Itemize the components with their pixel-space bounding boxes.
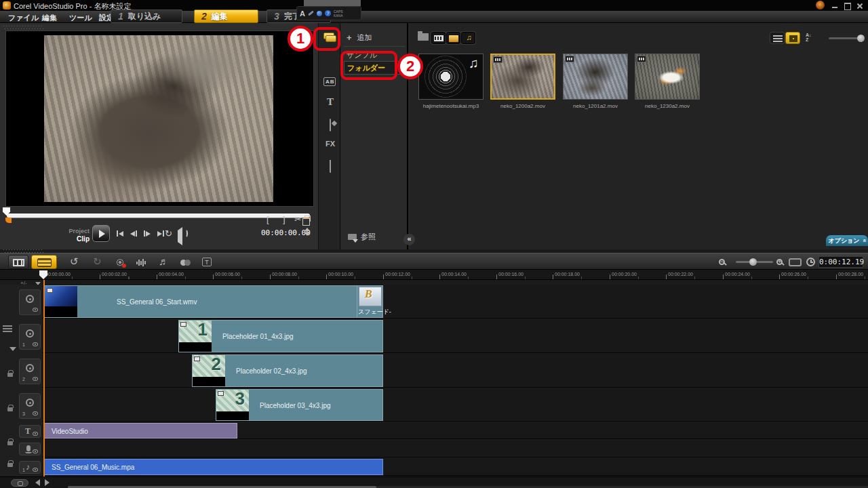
- preview-timecode[interactable]: 00:00:00.00: [261, 228, 303, 237]
- subtitle-editor-button[interactable]: T: [202, 258, 212, 266]
- ime-help-icon[interactable]: ?: [325, 10, 331, 16]
- scroll-right-icon[interactable]: [45, 479, 50, 486]
- options-button[interactable]: オプション «: [826, 235, 868, 246]
- library-item-neko1230[interactable]: [635, 54, 700, 100]
- filter-audio-button[interactable]: ♫: [461, 32, 475, 44]
- split-clip-button[interactable]: ✂: [294, 214, 302, 224]
- music-track-button[interactable]: ♪ 1: [19, 461, 41, 474]
- spinner-up-icon[interactable]: [304, 228, 310, 231]
- timeline-view-button[interactable]: [31, 255, 57, 269]
- overlay-track1-button[interactable]: 1: [19, 324, 41, 350]
- lock-icon[interactable]: [7, 441, 13, 445]
- ime-language-bar[interactable]: A ? CAPS KANA: [296, 6, 361, 20]
- home-button[interactable]: [117, 230, 123, 237]
- size-slider-knob[interactable]: [857, 35, 865, 42]
- timeline-zoom-slider[interactable]: [736, 261, 773, 263]
- track-dots-button[interactable]: [180, 260, 191, 266]
- clip-music[interactable]: SS_General 06_Music.mpa: [44, 459, 383, 475]
- scroll-mode-button[interactable]: [11, 479, 28, 487]
- ime-input-mode-icon[interactable]: A: [300, 9, 305, 18]
- end-bar: [163, 230, 164, 237]
- scroll-left-icon[interactable]: [35, 479, 40, 486]
- zoom-slider-knob[interactable]: [749, 258, 757, 266]
- trim-start-handle[interactable]: [5, 218, 12, 223]
- end-button[interactable]: [157, 230, 164, 237]
- preview-scrubber[interactable]: [7, 214, 310, 218]
- sort-button[interactable]: A↓ Z: [806, 33, 812, 42]
- spinner-down-icon[interactable]: [304, 232, 310, 236]
- close-button[interactable]: [855, 2, 865, 9]
- filter-video-button[interactable]: [431, 32, 446, 44]
- redo-button[interactable]: ↻: [93, 256, 102, 267]
- next-frame-button[interactable]: [144, 230, 151, 237]
- overlay-track3-button[interactable]: 3: [19, 393, 41, 419]
- minimize-button[interactable]: [830, 2, 840, 9]
- video-track-button[interactable]: [19, 289, 41, 315]
- zoom-out-icon[interactable]: −: [719, 259, 725, 265]
- mark-in-button[interactable]: [: [267, 214, 269, 224]
- filter-library-icon[interactable]: FX: [323, 140, 338, 148]
- ime-dictionary-icon[interactable]: [317, 11, 322, 16]
- lock-icon[interactable]: [7, 463, 13, 467]
- volume-button[interactable]: [178, 230, 182, 243]
- auto-music-button[interactable]: ♬: [159, 256, 169, 267]
- lock-icon[interactable]: [7, 407, 13, 411]
- zoom-in-icon[interactable]: +: [776, 259, 783, 265]
- timeline-ruler[interactable]: 00:00:00.00 00:00:02.00 00:00:04.00 00:0…: [0, 270, 868, 280]
- menu-tools[interactable]: ツール: [69, 13, 92, 23]
- filter-photo-button[interactable]: [446, 32, 460, 44]
- clip-placeholder-01[interactable]: 1 Placeholder 01_4x3.jpg: [178, 320, 383, 352]
- voice-track-button[interactable]: [19, 443, 41, 455]
- overlay-track2-button[interactable]: 2: [19, 359, 41, 384]
- title-library-icon[interactable]: T: [323, 96, 338, 108]
- clip-video-start[interactable]: SS_General 06_Start.wmv: [44, 285, 383, 318]
- overlay2-track-row[interactable]: [42, 354, 868, 388]
- repeat-button[interactable]: ↻: [165, 228, 172, 239]
- overlay1-track-row[interactable]: [42, 319, 868, 353]
- panel-grip[interactable]: [3, 26, 44, 29]
- enlarge-preview-button[interactable]: [304, 216, 311, 222]
- folder-up-icon[interactable]: [418, 33, 429, 41]
- clip-title-videostudio[interactable]: VideoStudio: [44, 423, 237, 439]
- undo-button[interactable]: ↺: [70, 256, 79, 267]
- storyboard-view-button[interactable]: [8, 255, 28, 269]
- path-library-icon[interactable]: [323, 160, 338, 172]
- play-button[interactable]: [92, 225, 110, 242]
- clip-placeholder-02[interactable]: 2 Placeholder 02_4x3.jpg: [192, 354, 383, 387]
- fit-timeline-button[interactable]: [789, 258, 802, 266]
- overlay3-track-row[interactable]: [42, 388, 868, 422]
- title-track-button[interactable]: T: [19, 425, 41, 438]
- thumbnail-view-button[interactable]: [785, 32, 800, 44]
- project-mode-label[interactable]: Project: [54, 228, 90, 235]
- menu-file[interactable]: ファイル: [8, 13, 39, 23]
- tab-edit[interactable]: 2 編集: [194, 9, 258, 23]
- mark-out-button[interactable]: ]: [283, 214, 285, 224]
- duration-clock-icon[interactable]: [806, 258, 815, 266]
- transition-ab-icon[interactable]: AB: [323, 77, 336, 86]
- voice-track-row[interactable]: [42, 440, 868, 458]
- timeline-playhead-line[interactable]: [43, 280, 45, 476]
- sound-mixer-button[interactable]: [136, 259, 146, 266]
- previous-frame-button[interactable]: [130, 230, 137, 237]
- timecode-spinner[interactable]: [304, 228, 310, 236]
- record-capture-icon[interactable]: [115, 258, 125, 267]
- maximize-button[interactable]: [842, 2, 852, 9]
- browse-button[interactable]: 参照: [348, 232, 376, 242]
- clip-transition-crossfade[interactable]: B スフェード-: [357, 285, 383, 318]
- clip-mode-label[interactable]: Clip: [54, 235, 90, 243]
- library-item-neko1201[interactable]: [563, 54, 628, 100]
- clip-placeholder-03[interactable]: 3 Placeholder 03_4x3.jpg: [216, 389, 383, 421]
- track-manager-icon[interactable]: [3, 325, 12, 332]
- library-item-audio[interactable]: ♫: [418, 54, 484, 100]
- graphic-library-icon[interactable]: [323, 119, 338, 131]
- ripple-edit-caret-icon[interactable]: [9, 347, 16, 351]
- library-item-neko1200[interactable]: [490, 54, 555, 100]
- add-gallery-button[interactable]: + 追加: [347, 33, 372, 43]
- thumbnail-size-slider[interactable]: [829, 37, 861, 39]
- menu-edit[interactable]: 編集: [42, 13, 57, 23]
- tab-capture[interactable]: 1 取り込み: [111, 9, 182, 23]
- lock-icon[interactable]: [7, 373, 13, 377]
- collapse-library-button[interactable]: «: [403, 234, 415, 245]
- list-view-button[interactable]: [770, 32, 785, 44]
- ime-tools-icon[interactable]: [308, 10, 314, 16]
